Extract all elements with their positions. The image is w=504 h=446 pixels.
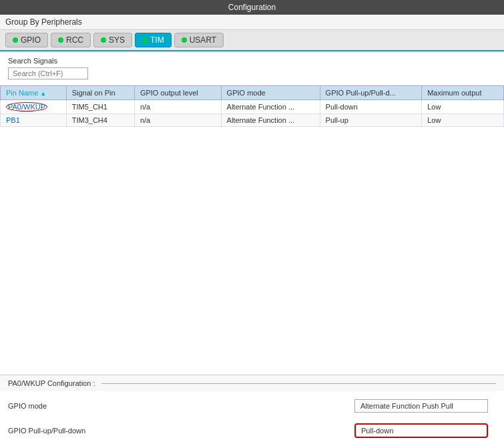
config-gpio-mode-label: GPIO mode <box>8 402 115 410</box>
tab-sys-dot <box>101 37 106 43</box>
cell-gpio-mode: Alternate Function ... <box>221 100 320 114</box>
tab-tim-label: TIM <box>150 35 164 45</box>
tab-bar: GPIO RCC SYS TIM USART <box>0 30 504 51</box>
cell-max-output: Low <box>422 100 504 114</box>
config-row-gpio-mode: GPIO mode Alternate Function Push Pull <box>8 399 496 413</box>
col-max-output[interactable]: Maximum output <box>422 86 504 100</box>
tab-rcc-dot <box>58 37 63 43</box>
config-gpio-pull-label: GPIO Pull-up/Pull-down <box>8 427 115 435</box>
col-gpio-pull[interactable]: GPIO Pull-up/Pull-d... <box>320 86 422 100</box>
config-section-title: PA0/WKUP Configuration : <box>8 379 496 387</box>
tab-usart-label: USART <box>190 35 216 45</box>
group-by-label: Group By Peripherals <box>5 17 82 27</box>
table-section: Pin Name ▲ Signal on Pin GPIO output lev… <box>0 85 504 375</box>
cell-gpio-mode: Alternate Function ... <box>221 114 320 127</box>
cell-gpio-output-level: n/a <box>134 114 221 127</box>
tab-sys[interactable]: SYS <box>93 33 132 47</box>
config-gpio-pull-value: Pull-down <box>354 423 488 438</box>
signals-table: Pin Name ▲ Signal on Pin GPIO output lev… <box>0 85 504 127</box>
cell-signal-on-pin: TIM5_CH1 <box>66 100 134 114</box>
tab-usart[interactable]: USART <box>174 33 224 47</box>
tab-tim-dot <box>142 37 148 43</box>
tab-gpio-label: GPIO <box>21 35 41 45</box>
gpio-mode-dropdown[interactable]: Alternate Function Push Pull <box>354 399 488 413</box>
tab-usart-dot <box>182 37 187 43</box>
cell-gpio-pull: Pull-down <box>320 100 422 114</box>
tab-rcc[interactable]: RCC <box>51 33 91 47</box>
table-row[interactable]: PB1TIM3_CH4n/aAlternate Function ...Pull… <box>1 114 504 127</box>
config-divider: PA0/WKUP Configuration : <box>0 375 504 391</box>
search-label: Search Signals <box>8 57 496 65</box>
config-gpio-mode-value: Alternate Function Push Pull <box>354 399 488 413</box>
table-header-row: Pin Name ▲ Signal on Pin GPIO output lev… <box>1 86 504 100</box>
config-fields: GPIO mode Alternate Function Push Pull G… <box>0 391 504 446</box>
title-bar: Configuration <box>0 0 504 15</box>
cell-pin-name: PB1 <box>1 114 67 127</box>
pin-name-circled: PA0/WKUP <box>6 102 47 112</box>
col-pin-name[interactable]: Pin Name ▲ <box>1 86 67 100</box>
col-signal-on-pin[interactable]: Signal on Pin <box>66 86 134 100</box>
tab-sys-label: SYS <box>109 35 125 45</box>
cell-max-output: Low <box>422 114 504 127</box>
tab-rcc-label: RCC <box>66 35 83 45</box>
main-container: Group By Peripherals GPIO RCC SYS TIM US… <box>0 15 504 446</box>
col-gpio-mode[interactable]: GPIO mode <box>221 86 320 100</box>
search-input[interactable] <box>8 67 88 79</box>
gpio-pull-dropdown[interactable]: Pull-down <box>354 423 488 438</box>
title-bar-label: Configuration <box>228 3 276 12</box>
cell-gpio-pull: Pull-up <box>320 114 422 127</box>
config-row-gpio-pull: GPIO Pull-up/Pull-down Pull-down <box>8 423 496 438</box>
cell-signal-on-pin: TIM3_CH4 <box>66 114 134 127</box>
sort-arrow: ▲ <box>40 90 46 97</box>
cell-pin-name: PA0/WKUP <box>1 100 67 114</box>
search-section: Search Signals <box>0 51 504 85</box>
tab-gpio[interactable]: GPIO <box>5 33 48 47</box>
group-by-bar: Group By Peripherals <box>0 15 504 30</box>
cell-gpio-output-level: n/a <box>134 100 221 114</box>
col-gpio-output-level[interactable]: GPIO output level <box>134 86 221 100</box>
tab-tim[interactable]: TIM <box>135 33 172 47</box>
tab-gpio-dot <box>13 37 18 43</box>
table-row[interactable]: PA0/WKUPTIM5_CH1n/aAlternate Function ..… <box>1 100 504 114</box>
